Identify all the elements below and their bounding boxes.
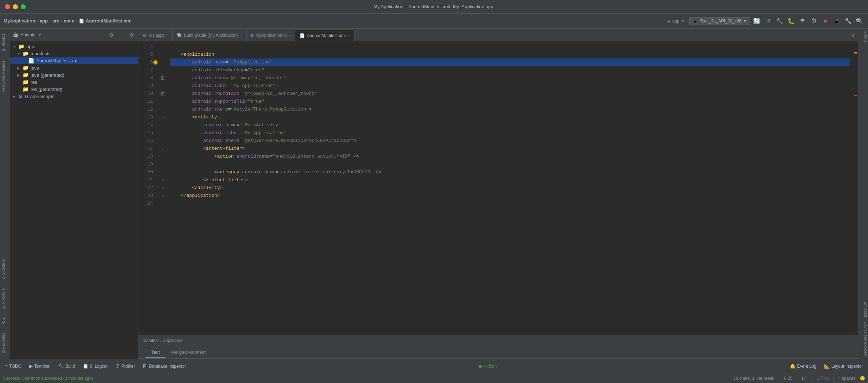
refresh-button[interactable]: ↺ [763, 16, 773, 26]
project-vtab[interactable]: 1: Project [0, 30, 10, 55]
tree-item-gradle-scripts[interactable]: ▶ ⚙ Gradle Scripts [10, 93, 138, 100]
panel-dropdown-arrow[interactable]: ▼ [37, 32, 42, 37]
tab-close-myapplication[interactable]: × [289, 33, 291, 37]
indent-14 [170, 121, 203, 129]
breadcrumb-app[interactable]: MyApplication [4, 18, 35, 24]
status-message: Success: Operation succeeded (3 minutes … [3, 376, 93, 381]
tree-item-java-generated[interactable]: ▶ 📁 java (generated) [10, 71, 138, 78]
build-button[interactable]: 🔨 [775, 16, 785, 26]
sync-button[interactable]: 🔄 [752, 16, 762, 26]
val-20: "android.intent.category.LAUNCHER" [278, 168, 373, 176]
window-controls[interactable] [5, 4, 26, 9]
tree-item-java[interactable]: ▶ 📁 java [10, 64, 138, 71]
line-22: 22 [138, 184, 155, 192]
breadcrumb-main[interactable]: main [64, 18, 75, 24]
fold-17[interactable]: ○ [162, 147, 164, 151]
gutter-8: 🖼 [158, 74, 167, 82]
resource-vtab[interactable]: Resource Manager [0, 55, 10, 97]
layout-inspector-btn[interactable]: 📐 Layout Inspector [821, 362, 867, 370]
arrow-manifests: ▼ [17, 52, 21, 56]
database-btn[interactable]: 🗄 Database Inspector [139, 362, 189, 370]
editor-breadcrumb: manifest › application [138, 335, 858, 346]
tab-close-androidmanifest[interactable]: × [347, 34, 349, 38]
manifest-file-icon: 📄 [28, 58, 34, 63]
layout-inspector-icon: 📐 [824, 363, 830, 369]
ztab-vtab[interactable]: 4: Z [0, 313, 10, 328]
folder-icon-res-gen: 📁 [22, 86, 29, 92]
build-btn[interactable]: 🔨 Build [55, 362, 78, 370]
gutter-marker-top [854, 52, 857, 53]
terminal-btn[interactable]: ▶ Terminal [26, 362, 54, 370]
tree-item-app[interactable]: ▼ 📁 app [10, 43, 138, 50]
avd-button[interactable]: 📱 [832, 16, 842, 26]
fold-21[interactable]: ○ [162, 178, 164, 182]
more-options-btn[interactable]: ⚙ [127, 31, 135, 39]
tree-item-androidmanifest[interactable]: 📄 AndroidManifest.xml [10, 57, 138, 64]
profiler-icon: ⏱ [115, 363, 120, 369]
code-line-10: android:roundIcon="@mipmap/ic_launcher_r… [170, 90, 850, 98]
tree-item-res[interactable]: 📁 res [10, 78, 138, 86]
tab-close-gradle-app[interactable]: × [166, 33, 168, 37]
eventlog-btn[interactable]: 🔔 Event Log [786, 362, 820, 370]
coverage-button[interactable]: ☂ [797, 16, 807, 26]
profile-button[interactable]: ⏱ [809, 16, 819, 26]
sync-project-btn[interactable]: ⚙ [107, 31, 115, 39]
structure-vtab[interactable]: 2: Structure [0, 255, 10, 284]
search-button[interactable]: 🔍 [854, 16, 864, 26]
tab-label-gradle-app: le (:app) [148, 33, 164, 38]
tabs-chevron[interactable]: ▾ [848, 30, 858, 41]
debug-button[interactable]: 🐛 [786, 16, 796, 26]
manifest-tab-merged[interactable]: Merged Manifest [165, 347, 211, 358]
tree-item-res-generated[interactable]: 📁 res (generated) [10, 86, 138, 93]
fold-22[interactable]: ○ [162, 186, 164, 190]
manifest-tabs: Text Merged Manifest [138, 346, 858, 359]
favorites-vtab[interactable]: 2: Favorites [0, 328, 10, 357]
build-label: Build [65, 364, 75, 369]
stop-button[interactable]: ■ [820, 16, 830, 26]
dfe-side-label[interactable]: Device File Explorer [858, 320, 868, 359]
fold-23[interactable]: ○ [162, 194, 164, 198]
run-icon-bottom: ▶ [479, 363, 483, 369]
indent-21 [170, 176, 203, 184]
tab-build-gradle[interactable]: 🐘 build.gradle (My Application) × [173, 30, 246, 41]
emulator-selector[interactable]: 📱 Pixel_3a_API_30_x86 ▼ [689, 17, 750, 25]
code-content[interactable]: <application android:name=".MyApplicatio… [167, 41, 853, 335]
val-16: "@style/Theme.MyApplication.NoActionBar" [242, 137, 353, 145]
run-icon: ▶ [668, 19, 671, 24]
sdk-button[interactable]: 🔧 [843, 16, 853, 26]
breadcrumb-module[interactable]: app [40, 18, 48, 24]
gutter-12 [158, 106, 167, 113]
todo-btn[interactable]: ≡ TODO [1, 362, 25, 370]
eq-8: = [225, 74, 228, 82]
code-line-18: <action android:name="android.intent.act… [170, 153, 850, 160]
gradle-side-label[interactable]: Gradle [858, 29, 868, 45]
slash-18: /> [351, 153, 359, 160]
tag-intent-filter-close: </intent-filter> [203, 176, 248, 184]
emulator-side-label[interactable]: Emulator [858, 300, 868, 320]
tab-icon-gradle-app: ⚙ [143, 33, 147, 38]
minimize-button[interactable] [13, 4, 18, 9]
tab-close-build-gradle[interactable]: × [240, 33, 242, 37]
tab-androidmanifest[interactable]: 📄 AndroidManifest.xml × [295, 30, 354, 41]
breadcrumb-file[interactable]: AndroidManifest.xml [86, 18, 132, 24]
close-button[interactable] [5, 4, 10, 9]
code-line-6: android:name=".MyApplication" [170, 58, 850, 66]
status-line-ending: LF [802, 376, 807, 381]
zstructure-vtab[interactable]: Z: Structure [0, 284, 10, 313]
right-gutter [853, 41, 858, 335]
tree-item-manifests[interactable]: ▼ 📁 manifests [10, 50, 138, 57]
breadcrumb-src[interactable]: src [52, 18, 60, 24]
collapse-all-btn[interactable]: − [117, 31, 125, 39]
tab-gradle-app[interactable]: ⚙ le (:app) × [138, 30, 173, 41]
tree-label-res: res [31, 80, 37, 85]
run-config-label: app [672, 19, 679, 24]
logcat-btn[interactable]: 📋 6: Logcat [79, 362, 111, 370]
manifest-tab-text[interactable]: Text [145, 347, 165, 358]
tab-myapplication[interactable]: K MyApplication.kt × [247, 30, 296, 41]
maximize-button[interactable] [21, 4, 26, 9]
fold-13[interactable]: ○ [162, 115, 164, 119]
eq-7: = [245, 66, 248, 74]
run-btn[interactable]: ▶ 4: Run [476, 362, 500, 370]
profiler-btn[interactable]: ⏱ Profiler [112, 362, 138, 370]
run-config-dropdown[interactable]: ▶ app ▼ [665, 16, 688, 26]
